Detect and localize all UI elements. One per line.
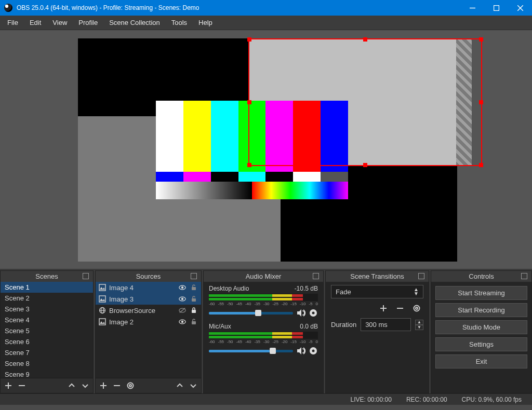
scene-item[interactable]: Scene 9 [1, 369, 93, 378]
status-live: LIVE: 00:00:00 [350, 396, 391, 403]
svg-point-38 [312, 350, 315, 352]
mixer-popout-icon[interactable] [313, 273, 319, 279]
move-source-down-button[interactable] [188, 380, 199, 391]
svg-marker-8 [100, 287, 105, 290]
volume-slider[interactable] [209, 312, 293, 315]
svg-rect-23 [99, 319, 105, 325]
status-bar: LIVE: 00:00:00 REC: 00:00:00 CPU: 0.9%, … [0, 393, 532, 405]
svg-rect-27 [192, 321, 196, 324]
remove-scene-button[interactable] [16, 380, 28, 391]
source-label: Image 2 [109, 318, 175, 326]
scenes-popout-icon[interactable] [83, 273, 89, 279]
scene-item[interactable]: Scene 8 [1, 358, 93, 369]
selection-handle-ne[interactable] [479, 37, 483, 42]
selection-handle-w[interactable] [247, 100, 251, 104]
scene-item[interactable]: Scene 1 [1, 282, 93, 293]
dock-panels: Scenes Scene 1Scene 2Scene 3Scene 4Scene… [0, 269, 532, 393]
speaker-icon[interactable] [296, 308, 305, 318]
duration-up-button[interactable]: ▲ [415, 320, 423, 325]
transition-select[interactable]: Fade ▲▼ [331, 285, 423, 298]
exit-button[interactable]: Exit [435, 354, 527, 368]
mixer-channel: Mic/Aux0.0 dB-60-55-50-45-40-35-30-25-20… [209, 323, 318, 356]
lock-toggle[interactable] [190, 318, 198, 326]
mixer-channel: Desktop Audio-10.5 dB-60-55-50-45-40-35-… [209, 285, 318, 318]
audio-mixer-panel: Audio Mixer Desktop Audio-10.5 dB-60-55-… [203, 270, 324, 393]
scene-item[interactable]: Scene 3 [1, 304, 93, 315]
source-properties-button[interactable] [125, 380, 136, 391]
gear-icon[interactable] [309, 308, 318, 318]
visibility-toggle[interactable] [178, 295, 187, 303]
studio-mode-button[interactable]: Studio Mode [435, 320, 527, 334]
menu-view[interactable]: View [47, 17, 72, 29]
visibility-toggle[interactable] [178, 283, 187, 292]
selection-handle-n[interactable] [363, 37, 367, 42]
selection-handle-sw[interactable] [247, 163, 251, 167]
controls-title-label: Controls [469, 272, 494, 280]
transitions-panel-title: Scene Transitions [326, 271, 429, 282]
scene-item[interactable]: Scene 2 [1, 293, 93, 304]
move-scene-up-button[interactable] [66, 380, 77, 391]
lock-toggle[interactable] [190, 306, 198, 315]
transitions-popout-icon[interactable] [418, 273, 424, 279]
menu-file[interactable]: File [2, 17, 23, 29]
svg-rect-11 [192, 287, 196, 290]
add-scene-button[interactable] [3, 380, 14, 391]
menu-tools[interactable]: Tools [166, 17, 192, 29]
duration-input[interactable]: 300 ms [361, 318, 411, 331]
selection-handle-nw[interactable] [247, 37, 251, 42]
source-item[interactable]: Image 3 [96, 293, 201, 305]
start-recording-button[interactable]: Start Recording [435, 303, 527, 317]
controls-popout-icon[interactable] [521, 273, 527, 279]
sources-popout-icon[interactable] [191, 273, 197, 279]
controls-body: Start Streaming Start Recording Studio M… [431, 282, 531, 393]
scene-item[interactable]: Scene 6 [1, 336, 93, 347]
menu-help[interactable]: Help [193, 17, 218, 29]
volume-slider[interactable] [209, 350, 293, 352]
mixer-panel-title: Audio Mixer [204, 271, 323, 282]
settings-button[interactable]: Settings [435, 337, 527, 351]
scene-item[interactable]: Scene 5 [1, 325, 93, 336]
scenes-panel-title: Scenes [1, 271, 93, 282]
start-streaming-button[interactable]: Start Streaming [435, 286, 527, 300]
visibility-toggle[interactable] [178, 306, 187, 315]
add-transition-button[interactable] [378, 303, 389, 314]
maximize-button[interactable] [484, 0, 508, 16]
preview-area[interactable] [0, 30, 532, 269]
menu-scene-collection[interactable]: Scene Collection [104, 17, 165, 29]
add-source-button[interactable] [98, 380, 109, 391]
duration-down-button[interactable]: ▼ [415, 325, 423, 330]
svg-marker-36 [297, 347, 301, 354]
scene-item[interactable]: Scene 4 [1, 315, 93, 325]
scene-item[interactable]: Scene 7 [1, 347, 93, 358]
move-scene-down-button[interactable] [79, 380, 91, 391]
transition-properties-button[interactable] [411, 303, 422, 314]
status-cpu: CPU: 0.9%, 60.00 fps [462, 396, 522, 403]
move-source-up-button[interactable] [174, 380, 185, 391]
sources-toolbar [96, 378, 201, 393]
speaker-icon[interactable] [296, 346, 305, 356]
selection-handle-s[interactable] [363, 163, 367, 167]
remove-transition-button[interactable] [394, 303, 406, 314]
selection-handle-e[interactable] [479, 100, 483, 104]
source-item[interactable]: Image 4 [96, 282, 201, 293]
svg-rect-12 [99, 296, 105, 302]
lock-toggle[interactable] [190, 283, 198, 292]
selection-handle-se[interactable] [479, 163, 483, 167]
mixer-body: Desktop Audio-10.5 dB-60-55-50-45-40-35-… [204, 282, 323, 393]
scenes-list[interactable]: Scene 1Scene 2Scene 3Scene 4Scene 5Scene… [1, 282, 93, 378]
source-item[interactable]: Image 2 [96, 316, 201, 327]
menu-profile[interactable]: Profile [73, 17, 103, 29]
menu-edit[interactable]: Edit [24, 17, 46, 29]
sources-title-label: Sources [136, 272, 161, 280]
minimize-button[interactable] [460, 0, 484, 16]
channel-db: -10.5 dB [295, 285, 318, 292]
sources-list[interactable]: Image 4Image 3BrowserSourceImage 2 [96, 282, 201, 378]
selection-box[interactable] [248, 38, 482, 166]
gear-icon[interactable] [309, 346, 318, 356]
remove-source-button[interactable] [111, 380, 123, 391]
visibility-toggle[interactable] [178, 318, 187, 326]
source-item[interactable]: BrowserSource [96, 305, 201, 316]
lock-toggle[interactable] [190, 295, 198, 303]
source-label: Image 4 [109, 284, 175, 292]
close-button[interactable] [508, 0, 532, 16]
